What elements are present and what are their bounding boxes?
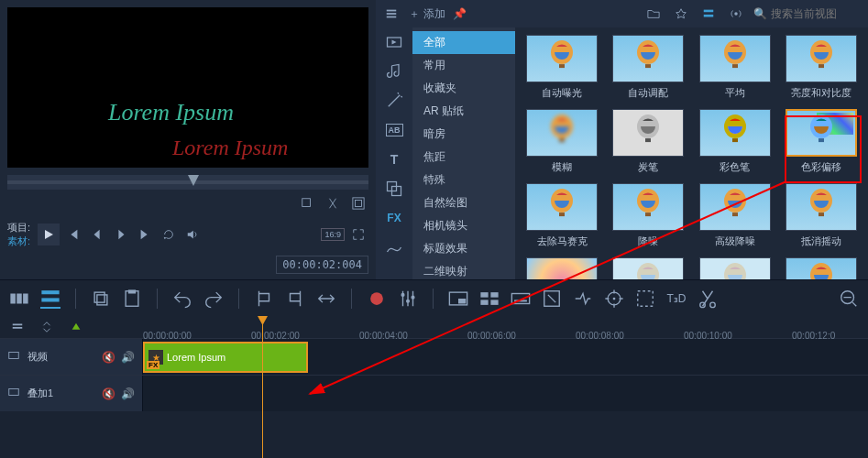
trim-icon[interactable] xyxy=(698,289,718,309)
copy-icon[interactable] xyxy=(91,289,111,309)
effects-wand-icon[interactable] xyxy=(385,92,403,110)
title-tab-icon[interactable]: T xyxy=(385,150,403,169)
mute-icon[interactable]: 🔇 xyxy=(102,387,115,400)
split-tool-icon[interactable] xyxy=(323,193,343,213)
volume-icon[interactable]: 🔊 xyxy=(121,387,135,400)
svg-rect-4 xyxy=(387,13,397,15)
category-item[interactable]: 特殊 xyxy=(412,169,515,191)
effect-item[interactable]: 去除马赛克 xyxy=(522,183,601,248)
effect-item[interactable]: 平均 xyxy=(696,35,775,100)
storyboard-view-icon[interactable] xyxy=(9,289,29,309)
multiview-icon[interactable] xyxy=(479,289,500,309)
search-input[interactable] xyxy=(771,7,863,20)
effect-item[interactable] xyxy=(696,257,775,279)
transition-tab-icon[interactable]: AB xyxy=(385,121,403,139)
volume-icon[interactable]: 🔊 xyxy=(121,351,135,364)
effect-item[interactable]: 彩色笔 xyxy=(696,109,775,174)
marker-start-icon[interactable] xyxy=(254,289,274,309)
category-item[interactable]: 自然绘图 xyxy=(412,191,515,214)
volume-icon[interactable] xyxy=(182,224,203,245)
broadcast-icon[interactable] xyxy=(726,4,746,24)
category-item[interactable]: 暗房 xyxy=(412,123,515,146)
loop-icon[interactable] xyxy=(159,224,179,245)
redo-icon[interactable] xyxy=(203,289,224,309)
mask-icon[interactable] xyxy=(635,289,655,309)
category-item[interactable]: 标题效果 xyxy=(412,237,515,260)
category-item[interactable]: 焦距 xyxy=(412,146,515,169)
category-item[interactable]: 二维映射 xyxy=(412,260,515,279)
3d-title-icon[interactable]: T₃D xyxy=(666,289,687,309)
timeline-view-icon[interactable] xyxy=(40,289,60,309)
next-frame-icon[interactable] xyxy=(111,224,131,245)
undo-icon[interactable] xyxy=(172,289,192,309)
record-icon[interactable] xyxy=(367,289,387,309)
effect-item[interactable]: 降噪 xyxy=(609,183,687,248)
path-tab-icon[interactable] xyxy=(385,238,403,256)
track-options-icon[interactable] xyxy=(7,317,27,337)
scrubber-marker[interactable] xyxy=(188,175,199,186)
favorite-add-icon[interactable] xyxy=(671,4,691,24)
overlay-tab-icon[interactable] xyxy=(385,180,403,198)
prev-frame-icon[interactable] xyxy=(87,224,107,245)
library-menu-icon[interactable] xyxy=(381,4,401,24)
effect-item[interactable]: 亮度和对比度 xyxy=(782,35,861,100)
effect-item[interactable]: 自动曝光 xyxy=(522,35,601,100)
slip-icon[interactable] xyxy=(316,289,336,309)
zoom-out-icon[interactable] xyxy=(839,289,859,309)
category-item[interactable]: AR 贴纸 xyxy=(412,100,515,123)
media-tab-icon[interactable] xyxy=(385,33,403,51)
effect-item[interactable] xyxy=(522,257,601,279)
folder-icon[interactable] xyxy=(643,4,664,24)
effect-item[interactable]: 抵消摇动 xyxy=(782,183,861,248)
search-box[interactable]: 🔍 xyxy=(753,7,863,20)
add-button[interactable]: ＋ 添加 xyxy=(409,6,445,22)
skip-end-icon[interactable] xyxy=(135,224,155,245)
effect-item[interactable]: 自动调配 xyxy=(609,35,687,100)
mixer-icon[interactable] xyxy=(398,289,418,309)
track-expand-icon[interactable] xyxy=(37,317,57,337)
add-track-icon[interactable] xyxy=(66,317,86,337)
fullscreen-icon[interactable] xyxy=(348,224,368,245)
category-item[interactable]: 全部 xyxy=(412,31,515,54)
playhead[interactable] xyxy=(262,316,263,458)
timeline-clip[interactable]: ★Lorem IpsumFX xyxy=(143,342,308,373)
timecode-display[interactable]: 00:00:02:004 xyxy=(276,256,368,274)
fx-tab-icon[interactable]: FX xyxy=(385,209,403,227)
marker-end-icon[interactable] xyxy=(285,289,305,309)
svg-rect-7 xyxy=(704,15,714,17)
audio-tab-icon[interactable] xyxy=(385,62,403,81)
mute-icon[interactable]: 🔇 xyxy=(102,351,115,364)
play-button[interactable] xyxy=(38,224,60,245)
project-mode-label[interactable]: 项目: xyxy=(7,221,30,234)
crop-tool-icon[interactable] xyxy=(297,193,317,213)
track-body[interactable]: ★Lorem IpsumFX xyxy=(143,339,868,375)
tracking-icon[interactable] xyxy=(604,289,624,309)
category-item[interactable]: 相机镜头 xyxy=(412,214,515,237)
pan-zoom-icon[interactable] xyxy=(542,289,562,309)
effect-item[interactable]: 色彩偏移 xyxy=(782,109,861,174)
pip-icon[interactable] xyxy=(448,289,468,309)
preview-scrubber[interactable] xyxy=(7,175,368,190)
preview-viewport[interactable]: Lorem Ipsum Lorem Ipsum xyxy=(7,7,368,168)
track-header[interactable]: 叠加1🔇🔊 xyxy=(0,376,143,411)
pin-icon[interactable]: 📌 xyxy=(453,7,467,20)
expand-icon[interactable] xyxy=(348,193,368,213)
effect-item[interactable] xyxy=(609,257,687,279)
speed-icon[interactable] xyxy=(573,289,593,309)
skip-start-icon[interactable] xyxy=(63,224,83,245)
svg-rect-62 xyxy=(490,300,498,305)
category-item[interactable]: 常用 xyxy=(412,54,515,77)
material-mode-label[interactable]: 素材: xyxy=(7,234,30,248)
view-list-icon[interactable] xyxy=(698,4,719,24)
aspect-ratio-badge[interactable]: 16:9 xyxy=(321,228,345,241)
effect-item[interactable] xyxy=(782,257,861,279)
paste-icon[interactable] xyxy=(122,289,142,309)
track-body[interactable] xyxy=(143,376,868,411)
effect-thumbnail xyxy=(612,109,684,157)
effect-item[interactable]: 炭笔 xyxy=(609,109,687,174)
category-item[interactable]: 收藏夹 xyxy=(412,77,515,100)
effect-item[interactable]: 模糊 xyxy=(522,109,601,174)
track-header[interactable]: 视频🔇🔊 xyxy=(0,339,143,375)
effect-item[interactable]: 高级降噪 xyxy=(696,183,775,248)
subtitle-icon[interactable] xyxy=(511,289,531,309)
